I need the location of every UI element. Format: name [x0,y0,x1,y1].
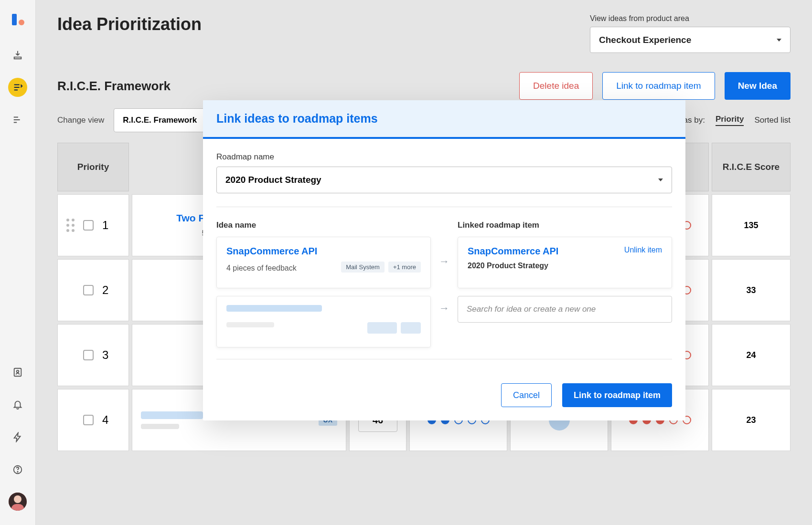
col-score: R.I.C.E Score [712,143,791,191]
row-checkbox[interactable] [83,415,94,425]
inbox-icon[interactable] [8,45,27,64]
contacts-icon[interactable] [8,363,27,382]
unlink-button[interactable]: Unlink item [624,246,662,254]
roadmap-icon[interactable] [8,110,27,129]
rank-value: 1 [102,219,108,232]
rank-value: 2 [102,284,108,297]
linked-item-card: SnapCommerce API 2020 Product Strategy U… [458,237,672,288]
svg-point-1 [19,20,24,25]
confirm-link-button[interactable]: Link to roadmap item [562,383,672,407]
col-priority: Priority [57,143,129,191]
linked-column-header: Linked roadmap item [458,220,672,230]
ideas-icon[interactable] [8,78,27,97]
area-filter-label: View ideas from product area [590,14,791,23]
row-checkbox[interactable] [83,220,94,231]
linked-card-title: SnapCommerce API [468,246,558,257]
section-title: R.I.C.E. Framework [57,79,171,94]
arrow-right-icon: → [431,295,458,322]
row-checkbox[interactable] [83,285,94,295]
order-priority-tab[interactable]: Priority [716,115,744,126]
app-logo [10,12,25,27]
idea-card-placeholder[interactable] [216,296,431,347]
idea-chip-more: +1 more [388,262,421,273]
idea-card-sub: 4 pieces of feedback [226,264,297,273]
score-value: 135 [712,194,791,256]
idea-card[interactable]: SnapCommerce API 4 pieces of feedback Ma… [216,237,431,288]
roadmap-name-label: Roadmap name [216,152,672,162]
svg-point-7 [14,495,21,503]
linked-card-sub: 2020 Product Strategy [468,262,558,270]
roadmap-select[interactable]: 2020 Product Strategy [216,167,672,193]
page-title: Idea Prioritization [57,14,202,34]
score-value: 24 [712,324,791,386]
drag-handle-icon[interactable] [66,219,75,232]
roadmap-select-value: 2020 Product Strategy [225,175,321,185]
link-roadmap-button[interactable]: Link to roadmap item [602,72,715,100]
rank-value: 3 [102,348,108,362]
modal-title: Link ideas to roadmap items [216,112,672,126]
link-ideas-modal: Link ideas to roadmap items Roadmap name… [203,100,685,420]
user-avatar[interactable] [9,493,27,511]
new-idea-button[interactable]: New Idea [725,72,791,100]
rank-value: 4 [102,413,108,427]
chevron-down-icon [777,39,781,42]
view-select[interactable]: R.I.C.E. Framework [114,108,206,132]
svg-rect-0 [12,14,17,25]
chevron-down-icon [658,178,663,181]
area-filter-select[interactable]: Checkout Experience [590,27,791,53]
arrow-right-icon: → [431,236,458,287]
delete-idea-button[interactable]: Delete idea [519,72,593,100]
change-view-label: Change view [57,116,104,125]
linked-search-input[interactable]: Search for idea or create a new one [458,296,672,323]
area-filter-value: Checkout Experience [599,35,691,45]
idea-card-title: SnapCommerce API [226,246,421,257]
sidebar [0,0,36,525]
help-icon[interactable] [8,460,27,479]
bolt-icon[interactable] [8,428,27,447]
score-value: 23 [712,389,791,451]
svg-rect-8 [11,504,24,511]
idea-chip: Mail System [341,262,385,273]
row-checkbox[interactable] [83,350,94,360]
idea-column-header: Idea name [216,220,431,230]
score-value: 33 [712,259,791,321]
cancel-button[interactable]: Cancel [501,383,552,407]
notifications-icon[interactable] [8,395,27,414]
svg-point-3 [17,370,19,373]
svg-point-5 [17,472,18,472]
order-sorted-tab[interactable]: Sorted list [754,116,791,125]
